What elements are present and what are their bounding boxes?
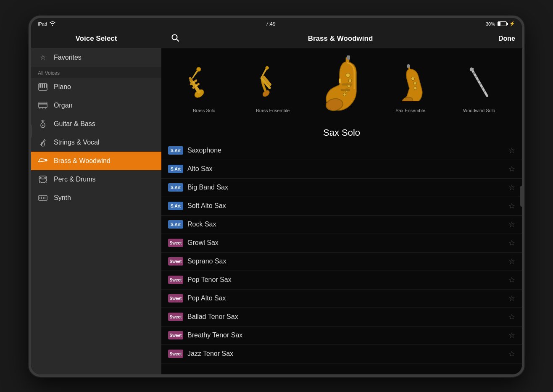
svg-rect-49 (339, 79, 341, 83)
favorite-star[interactable]: ☆ (508, 201, 515, 210)
voice-list: S.ArtSaxophone☆S.ArtAlto Sax☆S.ArtBig Ba… (161, 142, 522, 374)
right-header-title: Brass & Woodwind (182, 34, 498, 43)
voice-name: Alto Sax (187, 165, 504, 173)
voice-item-jazz-tenor-sax[interactable]: SweetJazz Tenor Sax☆ (161, 345, 522, 363)
brass-ensemble-name: Brass Ensemble (256, 108, 290, 113)
favorite-star[interactable]: ☆ (508, 183, 515, 192)
perc-icon (38, 174, 48, 184)
sidebar-item-strings[interactable]: Strings & Vocal (31, 133, 161, 152)
voice-badge: S.Art (168, 146, 183, 155)
home-button[interactable] (520, 186, 524, 207)
voice-badge: Sweet (168, 350, 183, 358)
voice-badge: Sweet (168, 239, 183, 247)
favorites-label: Favorites (54, 54, 82, 61)
favorite-star[interactable]: ☆ (508, 331, 515, 340)
favorite-star[interactable]: ☆ (508, 294, 515, 303)
voice-name: Soprano Sax (187, 258, 504, 265)
voice-badge: S.Art (168, 220, 183, 229)
svg-point-17 (39, 177, 47, 183)
svg-rect-46 (347, 55, 350, 60)
piano-label: Piano (54, 83, 71, 91)
instrument-woodwind-solo[interactable]: Woodwind Solo (449, 59, 509, 113)
voice-badge: Sweet (168, 257, 183, 266)
sidebar: Voice Select ☆ Favorites All Voices (31, 30, 161, 374)
search-icon[interactable] (168, 34, 182, 44)
sidebar-item-guitar[interactable]: Guitar & Bass (31, 115, 161, 133)
piano-icon (38, 82, 48, 92)
sidebar-header: Voice Select (31, 30, 161, 48)
voice-item-ballad-tenor-sax[interactable]: SweetBallad Tenor Sax☆ (161, 308, 522, 326)
brass-solo-name: Brass Solo (193, 108, 215, 113)
voice-item-rock-sax[interactable]: S.ArtRock Sax☆ (161, 216, 522, 234)
strings-icon (38, 137, 48, 147)
device-label: iPad (38, 21, 47, 26)
voice-name: Breathy Tenor Sax (187, 331, 504, 339)
organ-label: Organ (54, 102, 72, 109)
woodwind-solo-name: Woodwind Solo (463, 108, 495, 113)
svg-rect-3 (44, 84, 45, 88)
svg-rect-2 (42, 84, 43, 88)
svg-rect-55 (470, 67, 488, 97)
voice-item-growl-sax[interactable]: SweetGrowl Sax☆ (161, 234, 522, 253)
sidebar-item-organ[interactable]: Organ (31, 96, 161, 115)
instrument-brass-solo[interactable]: Brass Solo (174, 59, 234, 113)
voice-item-breathy-tenor-sax[interactable]: SweetBreathy Tenor Sax☆ (161, 326, 522, 345)
sax-solo-img (314, 55, 369, 114)
brass-ensemble-img (254, 59, 292, 105)
instrument-sax-ensemble[interactable]: Sax Ensemble (380, 59, 441, 113)
svg-point-13 (42, 124, 44, 126)
synth-label: Synth (54, 194, 71, 202)
voice-badge: Sweet (168, 276, 183, 284)
favorites-icon: ☆ (38, 53, 48, 63)
organ-icon (38, 100, 48, 110)
sax-ensemble-img (394, 59, 427, 105)
voice-name: Rock Sax (187, 221, 504, 228)
voice-name: Big Band Sax (187, 184, 504, 191)
synth-icon (38, 193, 48, 203)
sidebar-item-piano[interactable]: Piano (31, 78, 161, 96)
favorite-star[interactable]: ☆ (508, 257, 515, 266)
instrument-sax-solo[interactable] (311, 55, 372, 117)
svg-rect-48 (341, 89, 350, 91)
voice-item-saxophone[interactable]: S.ArtSaxophone☆ (161, 142, 522, 160)
wifi-icon (50, 21, 55, 26)
voice-name: Jazz Tenor Sax (187, 350, 504, 358)
favorite-star[interactable]: ☆ (508, 164, 515, 174)
sax-ensemble-name: Sax Ensemble (395, 108, 425, 113)
sidebar-item-favorites[interactable]: ☆ Favorites (31, 48, 161, 67)
sidebar-item-perc[interactable]: Perc & Drums (31, 170, 161, 189)
guitar-label: Guitar & Bass (54, 120, 95, 128)
right-panel: Brass & Woodwind Done (161, 30, 522, 374)
favorite-star[interactable]: ☆ (508, 146, 515, 155)
voice-badge: Sweet (168, 294, 183, 303)
favorite-star[interactable]: ☆ (508, 238, 515, 247)
brass-icon (38, 156, 48, 166)
voice-badge: Sweet (168, 331, 183, 339)
side-button[interactable] (29, 125, 32, 137)
sidebar-item-brass[interactable]: Brass & Woodwind (31, 152, 161, 170)
voice-name: Growl Sax (187, 239, 504, 247)
voice-item-alto-sax[interactable]: S.ArtAlto Sax☆ (161, 160, 522, 179)
favorite-star[interactable]: ☆ (508, 312, 515, 321)
voice-badge: Sweet (168, 313, 183, 321)
svg-point-41 (346, 73, 350, 77)
instrument-carousel: Brass Solo (161, 48, 522, 124)
sidebar-item-synth[interactable]: Synth (31, 189, 161, 207)
svg-rect-4 (46, 84, 47, 88)
all-voices-label: All Voices (31, 67, 161, 78)
favorite-star[interactable]: ☆ (508, 349, 515, 358)
voice-item-pop-tenor-sax[interactable]: SweetPop Tenor Sax☆ (161, 271, 522, 289)
done-button[interactable]: Done (498, 35, 515, 42)
voice-name: Soft Alto Sax (187, 202, 504, 210)
instrument-brass-ensemble[interactable]: Brass Ensemble (243, 59, 303, 113)
favorite-star[interactable]: ☆ (508, 220, 515, 229)
voice-item-big-band-sax[interactable]: S.ArtBig Band Sax☆ (161, 179, 522, 197)
voice-item-soft-alto-sax[interactable]: S.ArtSoft Alto Sax☆ (161, 197, 522, 216)
svg-line-20 (46, 182, 46, 183)
woodwind-solo-img (462, 59, 496, 105)
voice-item-soprano-sax[interactable]: SweetSoprano Sax☆ (161, 253, 522, 271)
voice-item-pop-alto-sax[interactable]: SweetPop Alto Sax☆ (161, 289, 522, 308)
svg-point-38 (262, 89, 271, 97)
charging-icon: ⚡ (509, 21, 515, 26)
favorite-star[interactable]: ☆ (508, 275, 515, 284)
